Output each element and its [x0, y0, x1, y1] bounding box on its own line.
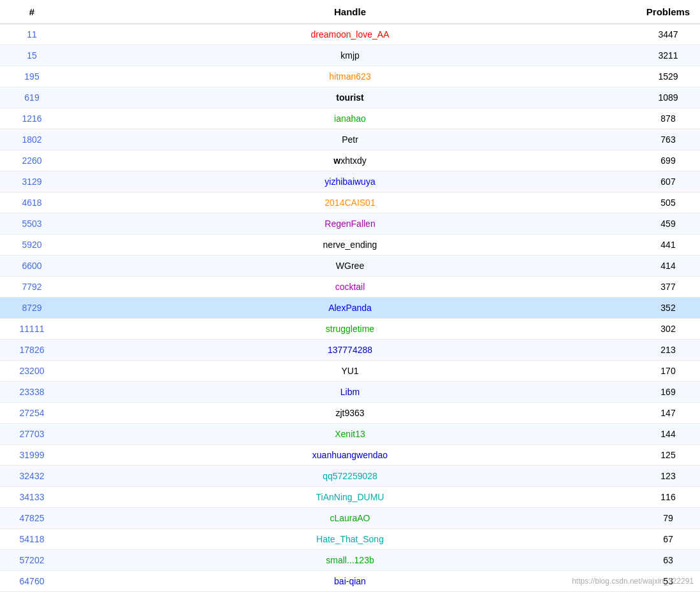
rank-cell: 15: [0, 45, 64, 66]
table-row: 57202small...123b63: [0, 550, 700, 571]
problems-cell: 352: [636, 298, 700, 319]
table-row: 11dreamoon_love_AA3447: [0, 24, 700, 45]
handle-cell[interactable]: Hate_That_Song: [64, 529, 636, 550]
table-row: 46182014CAIS01505: [0, 192, 700, 213]
problems-cell: 116: [636, 487, 700, 508]
problems-cell: 3211: [636, 45, 700, 66]
handle-cell[interactable]: bai-qian: [64, 571, 636, 592]
problems-cell: 67: [636, 529, 700, 550]
handle-cell[interactable]: kmjp: [64, 45, 636, 66]
rank-cell: 4618: [0, 192, 64, 213]
problems-cell: 213: [636, 340, 700, 361]
handle-cell[interactable]: dreamoon_love_AA: [64, 24, 636, 45]
handle-cell[interactable]: AlexPanda: [64, 298, 636, 319]
problems-cell: 459: [636, 213, 700, 235]
handle-cell[interactable]: small...123b: [64, 550, 636, 571]
rank-cell: 17826: [0, 340, 64, 361]
table-row: 1802Petr763: [0, 129, 700, 150]
rank-cell: 23200: [0, 361, 64, 382]
handle-cell[interactable]: ianahao: [64, 108, 636, 129]
handle-cell[interactable]: RegenFallen: [64, 213, 636, 235]
rank-cell: 27254: [0, 403, 64, 424]
rank-cell: 6600: [0, 256, 64, 277]
handle-cell[interactable]: cocktail: [64, 277, 636, 298]
table-row: 7792cocktail377: [0, 277, 700, 298]
rank-cell: 7792: [0, 277, 64, 298]
problems-cell: 147: [636, 403, 700, 424]
handle-cell[interactable]: hitman623: [64, 66, 636, 87]
handle-cell[interactable]: Libm: [64, 382, 636, 403]
rank-cell: 54118: [0, 529, 64, 550]
table-row: 195hitman6231529: [0, 66, 700, 87]
problems-cell: 699: [636, 150, 700, 171]
handle-cell[interactable]: wxhtxdy: [64, 150, 636, 171]
handle-cell[interactable]: struggletime: [64, 319, 636, 340]
problems-cell: 53: [636, 571, 700, 592]
handle-cell[interactable]: tourist: [64, 87, 636, 108]
table-row: 5920nerve_ending441: [0, 235, 700, 256]
table-row: 23338Libm169: [0, 382, 700, 403]
handle-cell[interactable]: TiAnNing_DUMU: [64, 487, 636, 508]
table-row: 5503RegenFallen459: [0, 213, 700, 235]
handle-cell[interactable]: Petr: [64, 129, 636, 150]
rank-cell: 8729: [0, 298, 64, 319]
handle-cell[interactable]: yizhibaiwuya: [64, 171, 636, 192]
table-row: 27703Xenit13144: [0, 424, 700, 445]
column-header-handle: Handle: [64, 0, 636, 24]
rank-cell: 23338: [0, 382, 64, 403]
problems-cell: 144: [636, 424, 700, 445]
handle-cell[interactable]: qq572259028: [64, 466, 636, 487]
problems-cell: 505: [636, 192, 700, 213]
rank-cell: 1802: [0, 129, 64, 150]
problems-cell: 607: [636, 171, 700, 192]
rank-cell: 27703: [0, 424, 64, 445]
problems-cell: 169: [636, 382, 700, 403]
problems-cell: 3447: [636, 24, 700, 45]
table-row: 27254zjt9363147: [0, 403, 700, 424]
table-row: 54118Hate_That_Song67: [0, 529, 700, 550]
rank-cell: 11: [0, 24, 64, 45]
handle-cell[interactable]: cLauraAO: [64, 508, 636, 529]
rank-cell: 31999: [0, 445, 64, 466]
problems-cell: 377: [636, 277, 700, 298]
rank-cell: 64760: [0, 571, 64, 592]
handle-cell[interactable]: xuanhuangwendao: [64, 445, 636, 466]
rank-cell: 1216: [0, 108, 64, 129]
table-row: 23200YU1170: [0, 361, 700, 382]
problems-cell: 414: [636, 256, 700, 277]
handle-cell[interactable]: zjt9363: [64, 403, 636, 424]
column-header-rank: #: [0, 0, 64, 24]
table-row: 31999xuanhuangwendao125: [0, 445, 700, 466]
rank-cell: 47825: [0, 508, 64, 529]
rank-cell: 5920: [0, 235, 64, 256]
handle-cell[interactable]: Xenit13: [64, 424, 636, 445]
problems-cell: 63: [636, 550, 700, 571]
table-row: 47825cLauraAO79: [0, 508, 700, 529]
handle-cell[interactable]: 137774288: [64, 340, 636, 361]
problems-cell: 878: [636, 108, 700, 129]
table-row: 619tourist1089: [0, 87, 700, 108]
table-row: 1216ianahao878: [0, 108, 700, 129]
handle-cell[interactable]: nerve_ending: [64, 235, 636, 256]
table-row: 17826137774288213: [0, 340, 700, 361]
table-row: 15kmjp3211: [0, 45, 700, 66]
problems-cell: 1529: [636, 66, 700, 87]
problems-cell: 125: [636, 445, 700, 466]
handle-cell[interactable]: WGree: [64, 256, 636, 277]
table-row: 3129yizhibaiwuya607: [0, 171, 700, 192]
table-row: 6600WGree414: [0, 256, 700, 277]
handle-cell[interactable]: YU1: [64, 361, 636, 382]
table-row: 34133TiAnNing_DUMU116: [0, 487, 700, 508]
rank-cell: 11111: [0, 319, 64, 340]
table-row: 8729AlexPanda352: [0, 298, 700, 319]
problems-cell: 441: [636, 235, 700, 256]
rank-cell: 34133: [0, 487, 64, 508]
table-row: 64760bai-qian53: [0, 571, 700, 592]
table-row: 32432qq572259028123: [0, 466, 700, 487]
handle-cell[interactable]: 2014CAIS01: [64, 192, 636, 213]
rank-cell: 619: [0, 87, 64, 108]
problems-cell: 302: [636, 319, 700, 340]
rank-cell: 3129: [0, 171, 64, 192]
problems-cell: 1089: [636, 87, 700, 108]
rank-cell: 57202: [0, 550, 64, 571]
